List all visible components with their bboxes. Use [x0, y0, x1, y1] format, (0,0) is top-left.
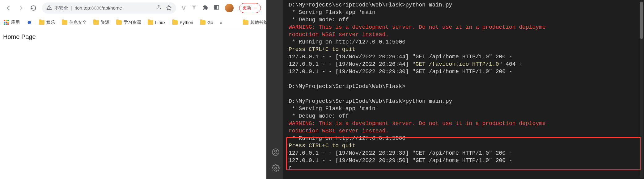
bookmark-folder[interactable]: 学习资源 — [116, 20, 141, 25]
terminal-line: * Running on http://127.0.0.1:5000 — [283, 38, 644, 46]
browser-window: 不安全 | rion.top:8080/api/home V — [0, 0, 266, 179]
browser-toolbar: 不安全 | rion.top:8080/api/home V — [0, 0, 266, 16]
folder-icon — [243, 20, 248, 25]
bookmark-label: 资源 — [101, 20, 109, 25]
terminal-line: 127.0.0.1 - - [19/Nov/2022 20:26:44] "GE… — [283, 53, 644, 60]
update-button[interactable]: 更新 — [239, 3, 261, 13]
terminal-line: Press CTRL+C to quit — [283, 142, 644, 149]
terminal-line: roduction WSGI server instead. — [283, 127, 644, 135]
share-icon[interactable] — [156, 5, 162, 11]
terminal-line: 127.0.0.1 - - [19/Nov/2022 20:29:30] "GE… — [283, 68, 644, 75]
url-text: rion.top:8080/api/home — [74, 5, 122, 11]
terminal-line: ▯ — [283, 164, 644, 172]
security-label: 不安全 — [54, 5, 68, 11]
vscode-window: D:\MyProjects\ScriptCode\Web\Flask>pytho… — [268, 0, 644, 179]
terminal-line: * Debug mode: off — [283, 16, 644, 23]
filter-icon[interactable] — [191, 5, 197, 11]
terminal-line: D:\MyProjects\ScriptCode\Web\Flask>pytho… — [283, 1, 644, 9]
terminal-line: 127.0.0.1 - - [19/Nov/2022 20:29:50] "GE… — [283, 157, 644, 164]
folder-icon — [148, 20, 153, 25]
page-body: Home Page — [0, 29, 266, 179]
terminal-line: WARNING: This is a development server. D… — [283, 23, 644, 31]
folder-icon — [200, 20, 205, 25]
address-separator: | — [71, 5, 72, 11]
vscode-activity-bar — [268, 0, 283, 179]
bookmark-folder[interactable]: 资源 — [93, 20, 109, 25]
settings-gear-icon[interactable] — [272, 164, 280, 173]
folder-icon — [116, 20, 122, 25]
svg-point-8 — [275, 167, 277, 169]
not-secure-icon — [46, 5, 52, 11]
back-button[interactable] — [3, 2, 14, 14]
bookmark-label: Python — [180, 20, 193, 25]
svg-point-7 — [275, 150, 277, 152]
extensions-icon[interactable] — [202, 5, 208, 12]
terminal-line — [283, 75, 644, 83]
bookmark-folder[interactable]: Python — [172, 20, 193, 25]
terminal-line: D:\MyProjects\ScriptCode\Web\Flask>pytho… — [283, 98, 644, 105]
svg-point-3 — [254, 8, 254, 8]
bookmark-label: Go — [207, 20, 213, 25]
panel-icon[interactable] — [214, 5, 219, 11]
folder-icon — [62, 20, 67, 25]
bookmark-folder[interactable]: 娱乐 — [39, 20, 55, 25]
terminal-panel[interactable]: D:\MyProjects\ScriptCode\Web\Flask>pytho… — [283, 0, 644, 179]
address-bar[interactable]: 不安全 | rion.top:8080/api/home — [42, 2, 176, 14]
bookmark-baidu[interactable]: ☻ — [27, 20, 32, 25]
forward-button[interactable] — [15, 2, 27, 14]
svg-point-0 — [49, 9, 49, 9]
terminal-line: * Serving Flask app 'main' — [283, 9, 644, 16]
terminal-line: WARNING: This is a development server. D… — [283, 120, 644, 127]
terminal-scrollbar[interactable] — [640, 1, 643, 178]
bookmarks-overflow[interactable]: » — [220, 20, 222, 25]
apps-icon — [4, 20, 9, 25]
bookmark-folder[interactable]: 信息安全 — [62, 20, 87, 25]
toolbar-actions: V 更新 — [179, 3, 263, 13]
terminal-line — [283, 90, 644, 98]
terminal-line: * Serving Flask app 'main' — [283, 105, 644, 112]
bookmarks-bar: 应用 ☻ 娱乐信息安全资源学习资源LinuxPythonGo » 其他书签 — [0, 16, 266, 29]
terminal-line: * Running on http://127.0.0.1:5000 — [283, 135, 644, 142]
apps-shortcut[interactable]: 应用 — [4, 20, 20, 25]
other-bookmarks[interactable]: 其他书签 — [243, 20, 268, 25]
extension-v-icon[interactable]: V — [182, 5, 186, 12]
paw-icon: ☻ — [27, 20, 32, 25]
terminal-line: roduction WSGI server instead. — [283, 31, 644, 38]
bookmark-label: Linux — [155, 20, 165, 25]
bookmark-label: 娱乐 — [46, 20, 55, 25]
terminal-line: 127.0.0.1 - - [19/Nov/2022 20:26:44] "GE… — [283, 60, 644, 68]
folder-icon — [93, 20, 99, 25]
folder-icon — [172, 20, 178, 25]
terminal-line: 127.0.0.1 - - [19/Nov/2022 20:29:39] "GE… — [283, 149, 644, 157]
terminal-line: * Debug mode: off — [283, 112, 644, 120]
svg-rect-2 — [214, 6, 216, 9]
accounts-icon[interactable] — [272, 148, 280, 157]
terminal-line: Press CTRL+C to quit — [283, 46, 644, 53]
bookmark-label: 信息安全 — [69, 20, 87, 25]
bookmark-folder[interactable]: Linux — [148, 20, 165, 25]
bookmark-folder[interactable]: Go — [200, 20, 213, 25]
star-icon[interactable] — [166, 5, 172, 12]
svg-point-4 — [255, 8, 256, 8]
profile-avatar[interactable] — [225, 4, 234, 12]
reload-button[interactable] — [28, 2, 39, 14]
terminal-line: D:\MyProjects\ScriptCode\Web\Flask> — [283, 83, 644, 90]
bookmark-label: 学习资源 — [124, 20, 141, 25]
folder-icon — [39, 20, 44, 25]
svg-point-5 — [256, 8, 257, 8]
